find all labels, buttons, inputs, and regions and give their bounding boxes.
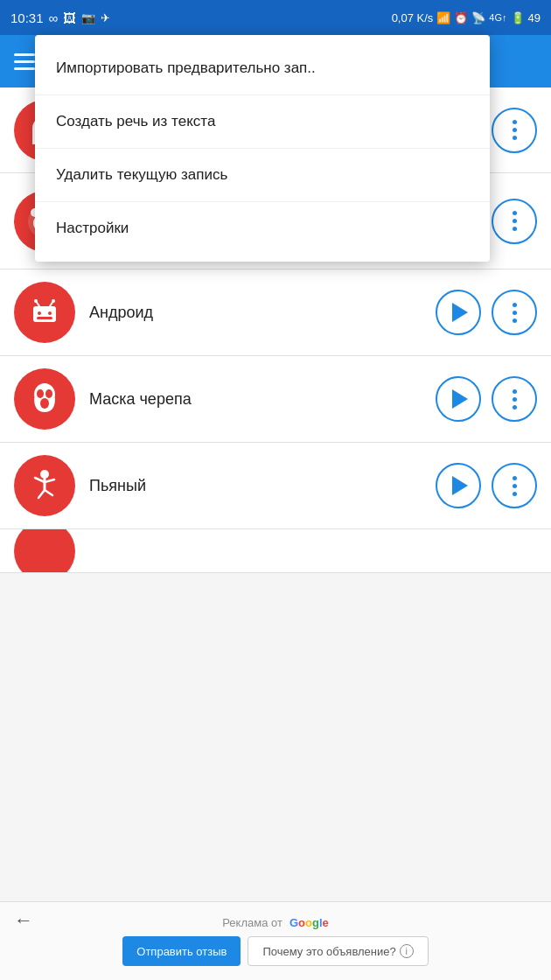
dropdown-overlay: Импортировать предварительно зап.. Созда…	[0, 0, 551, 980]
dropdown-item-settings[interactable]: Настройки	[35, 202, 490, 255]
dropdown-item-delete[interactable]: Удалить текущую запись	[35, 149, 490, 202]
dropdown-item-create-speech[interactable]: Создать речь из текста	[35, 95, 490, 149]
dropdown-menu: Импортировать предварительно зап.. Созда…	[35, 35, 490, 262]
dropdown-item-import[interactable]: Импортировать предварительно зап..	[35, 42, 490, 95]
